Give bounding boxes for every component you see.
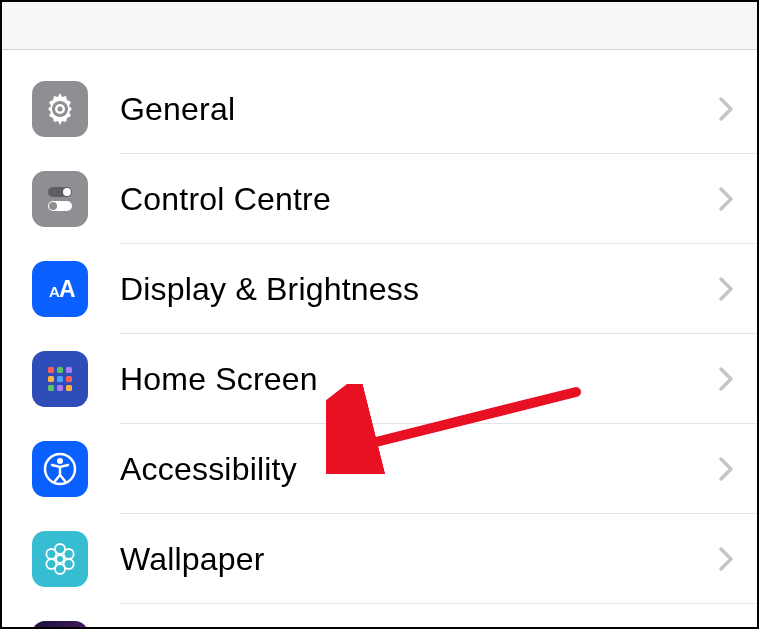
accessibility-icon [32, 441, 88, 497]
settings-list: General Control Centre A A Display & B [2, 50, 757, 629]
svg-point-6 [49, 202, 57, 210]
svg-rect-11 [66, 367, 72, 373]
flower-icon [32, 531, 88, 587]
svg-rect-13 [57, 376, 63, 382]
svg-rect-15 [48, 385, 54, 391]
svg-point-25 [46, 559, 56, 569]
row-label: Wallpaper [120, 541, 719, 578]
row-control-centre[interactable]: Control Centre [2, 154, 757, 244]
svg-text:A: A [59, 276, 76, 302]
row-siri-search[interactable]: Siri & Search [2, 604, 757, 629]
svg-rect-17 [66, 385, 72, 391]
svg-rect-14 [66, 376, 72, 382]
toggles-icon [32, 171, 88, 227]
row-label: Display & Brightness [120, 271, 719, 308]
gear-icon [32, 81, 88, 137]
chevron-right-icon [719, 277, 733, 301]
svg-point-4 [63, 188, 71, 196]
home-grid-icon [32, 351, 88, 407]
svg-point-26 [46, 549, 56, 559]
row-label: Control Centre [120, 181, 719, 218]
siri-icon [32, 621, 88, 629]
chevron-right-icon [719, 367, 733, 391]
svg-rect-10 [57, 367, 63, 373]
text-size-icon: A A [32, 261, 88, 317]
chevron-right-icon [719, 547, 733, 571]
row-label: Accessibility [120, 451, 719, 488]
chevron-right-icon [719, 97, 733, 121]
row-label: General [120, 91, 719, 128]
svg-point-2 [58, 107, 63, 112]
row-display-brightness[interactable]: A A Display & Brightness [2, 244, 757, 334]
svg-rect-12 [48, 376, 54, 382]
row-general[interactable]: General [2, 64, 757, 154]
svg-point-19 [57, 458, 63, 464]
svg-rect-16 [57, 385, 63, 391]
chevron-right-icon [719, 457, 733, 481]
chevron-right-icon [719, 187, 733, 211]
svg-point-20 [56, 555, 64, 563]
row-label: Home Screen [120, 361, 719, 398]
nav-bar [2, 2, 757, 50]
row-home-screen[interactable]: Home Screen [2, 334, 757, 424]
svg-point-22 [64, 549, 74, 559]
svg-rect-9 [48, 367, 54, 373]
row-wallpaper[interactable]: Wallpaper [2, 514, 757, 604]
row-accessibility[interactable]: Accessibility [2, 424, 757, 514]
